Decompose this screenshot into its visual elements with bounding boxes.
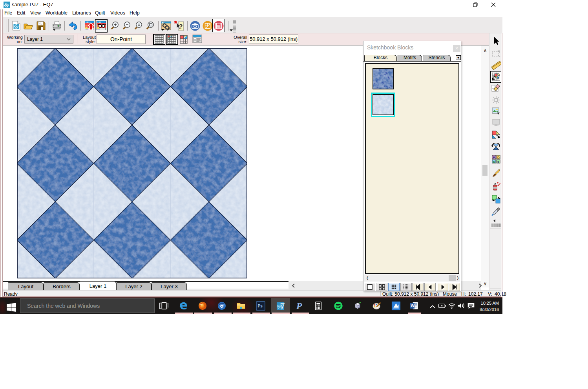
svg-text:D: D (497, 156, 500, 159)
svg-text:7: 7 (280, 301, 285, 311)
svg-text:Ps: Ps (258, 304, 263, 308)
svg-text:W: W (411, 304, 415, 308)
svg-text:P: P (493, 156, 495, 159)
svg-text:P: P (296, 301, 302, 311)
svg-text:a: a (493, 160, 495, 164)
svg-text:d: d (497, 160, 499, 164)
